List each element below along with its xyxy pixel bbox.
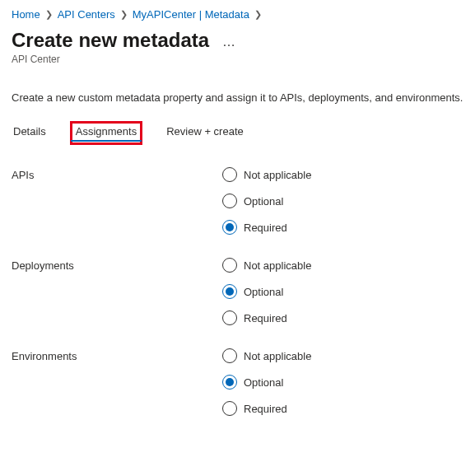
tab-assignments[interactable]: Assignments [71, 122, 142, 144]
tabs: Details Assignments Review + create [0, 104, 475, 144]
radio-label: Required [244, 403, 287, 415]
radio-icon [222, 258, 237, 273]
radio-apis-required[interactable]: Required [222, 220, 311, 235]
radio-icon [222, 194, 237, 208]
radio-icon [222, 401, 237, 416]
radio-label: Not applicable [244, 350, 311, 362]
chevron-right-icon: ❯ [45, 9, 53, 20]
radio-deployments-optional[interactable]: Optional [222, 284, 311, 299]
assignment-apis: APIs Not applicable Optional Required [12, 156, 463, 246]
assignment-deployments: Deployments Not applicable Optional Requ… [12, 246, 463, 337]
assignments-form: APIs Not applicable Optional Required De… [0, 144, 475, 427]
radio-label: Required [244, 222, 287, 234]
page-description: Create a new custom metadata property an… [0, 65, 475, 104]
radio-label: Required [244, 312, 287, 324]
radio-icon [222, 167, 237, 182]
assignment-label-deployments: Deployments [12, 258, 222, 325]
breadcrumb: Home ❯ API Centers ❯ MyAPICenter | Metad… [0, 0, 475, 24]
chevron-right-icon: ❯ [120, 9, 128, 20]
radio-group-apis: Not applicable Optional Required [222, 167, 311, 235]
breadcrumb-home[interactable]: Home [12, 8, 40, 21]
radio-icon [222, 310, 237, 325]
radio-icon [222, 348, 237, 363]
page-title: Create new metadata [12, 29, 209, 52]
radio-apis-not-applicable[interactable]: Not applicable [222, 167, 311, 182]
breadcrumb-api-centers[interactable]: API Centers [58, 8, 115, 21]
assignment-label-environments: Environments [12, 348, 222, 416]
radio-environments-required[interactable]: Required [222, 401, 311, 416]
radio-environments-optional[interactable]: Optional [222, 375, 311, 390]
radio-apis-optional[interactable]: Optional [222, 194, 311, 208]
radio-icon [222, 284, 237, 299]
radio-deployments-not-applicable[interactable]: Not applicable [222, 258, 311, 273]
radio-group-deployments: Not applicable Optional Required [222, 258, 311, 325]
radio-group-environments: Not applicable Optional Required [222, 348, 311, 416]
radio-label: Optional [244, 376, 283, 389]
radio-label: Optional [244, 286, 283, 298]
radio-icon [222, 375, 237, 390]
more-actions-button[interactable]: … [219, 34, 240, 50]
radio-label: Not applicable [244, 259, 311, 272]
radio-label: Not applicable [244, 169, 311, 181]
radio-icon [222, 220, 237, 235]
breadcrumb-metadata[interactable]: MyAPICenter | Metadata [133, 8, 249, 21]
radio-label: Optional [244, 195, 283, 208]
assignment-label-apis: APIs [12, 167, 222, 235]
page-subtitle: API Center [0, 52, 475, 65]
radio-deployments-required[interactable]: Required [222, 310, 311, 325]
tab-details[interactable]: Details [12, 122, 48, 144]
chevron-right-icon: ❯ [254, 9, 262, 20]
assignment-environments: Environments Not applicable Optional Req… [12, 337, 463, 427]
tab-review-create[interactable]: Review + create [165, 122, 245, 144]
radio-environments-not-applicable[interactable]: Not applicable [222, 348, 311, 363]
